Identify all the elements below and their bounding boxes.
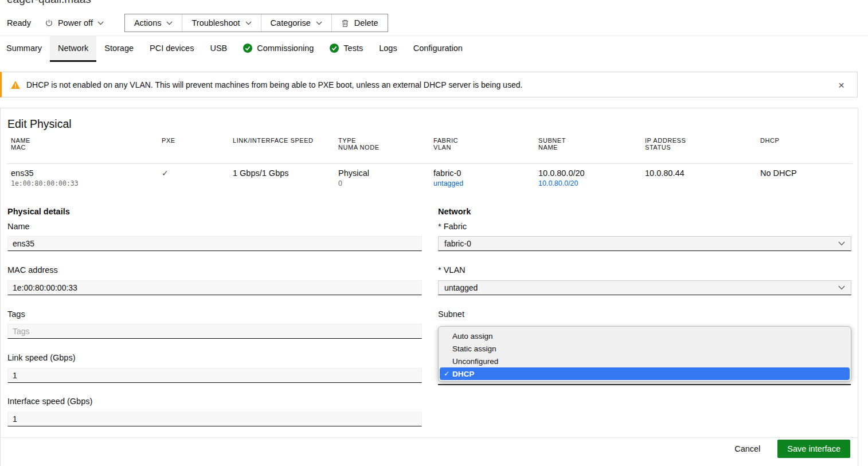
- troubleshoot-button[interactable]: Troubleshoot: [182, 14, 260, 32]
- tags-input[interactable]: [7, 324, 422, 339]
- troubleshoot-label: Troubleshoot: [191, 18, 240, 28]
- fabric-label: * Fabric: [438, 222, 467, 231]
- subnet-option-unconfigured[interactable]: Unconfigured: [440, 355, 850, 367]
- fabric-value: fabric-0: [444, 239, 471, 248]
- chevron-down-icon: [316, 21, 322, 25]
- tab-label: PCI devices: [150, 44, 194, 53]
- col-header-fabric-vlan: FABRICVLAN: [433, 137, 458, 151]
- categorise-label: Categorise: [271, 18, 311, 28]
- tab-label: Network: [58, 44, 88, 53]
- cell-interface-name: ens35: [11, 169, 34, 178]
- check-icon: ✓: [444, 370, 449, 378]
- cancel-button[interactable]: Cancel: [734, 444, 760, 453]
- warning-icon: [11, 81, 20, 89]
- tab-label: Configuration: [413, 44, 463, 53]
- warning-text: DHCP is not enabled on any VLAN. This wi…: [26, 80, 522, 89]
- cell-type: Physical: [338, 169, 369, 178]
- tab-commissioning[interactable]: Commissioning: [235, 36, 322, 62]
- cell-subnet: 10.0.80.0/20: [538, 169, 585, 178]
- subnet-option-dhcp[interactable]: ✓ DHCP: [440, 367, 850, 380]
- categorise-button[interactable]: Categorise: [261, 14, 331, 32]
- mac-input[interactable]: [7, 280, 422, 295]
- panel-title: Edit Physical: [7, 118, 72, 131]
- cell-link-speed: 1 Gbps/1 Gbps: [233, 169, 289, 178]
- subnet-label: Subnet: [438, 310, 464, 319]
- network-heading: Network: [438, 207, 471, 216]
- delete-button[interactable]: Delete: [331, 14, 388, 32]
- close-icon[interactable]: ×: [832, 76, 850, 93]
- link-speed-input[interactable]: [7, 368, 422, 383]
- pxe-check-icon: ✓: [162, 169, 169, 178]
- tab-summary[interactable]: Summary: [0, 36, 50, 62]
- tab-storage[interactable]: Storage: [96, 36, 142, 62]
- cell-numa-node: 0: [338, 179, 342, 187]
- vlan-label: * VLAN: [438, 265, 466, 275]
- table-header-divider: [7, 163, 853, 164]
- subnet-field-underline: [438, 384, 851, 385]
- dhcp-warning-banner: DHCP is not enabled on any VLAN. This wi…: [0, 72, 858, 97]
- subnet-option-auto-assign[interactable]: Auto assign: [440, 330, 850, 342]
- chevron-down-icon: [166, 21, 173, 25]
- tab-label: Storage: [104, 44, 134, 53]
- subnet-option-static-assign[interactable]: Static assign: [440, 342, 850, 355]
- name-label: Name: [7, 222, 30, 231]
- cell-mac: 1e:00:80:00:00:33: [11, 179, 79, 187]
- link-speed-label: Link speed (Gbps): [7, 353, 75, 362]
- power-label: Power off: [58, 18, 93, 28]
- machine-details-page: eager-quail.maas Ready Power off Actions…: [0, 0, 868, 466]
- fabric-select[interactable]: fabric-0: [438, 236, 851, 251]
- check-circle-icon: [243, 44, 252, 53]
- machine-status: Ready: [7, 18, 31, 28]
- power-icon: [45, 19, 53, 28]
- check-circle-icon: [330, 44, 339, 53]
- option-label: Static assign: [452, 344, 496, 353]
- tab-label: USB: [210, 44, 227, 53]
- machine-tabs: Summary Network Storage PCI devices USB …: [0, 36, 471, 62]
- mac-label: MAC address: [7, 265, 58, 275]
- tab-label: Commissioning: [257, 44, 314, 53]
- chevron-down-icon: [838, 241, 845, 246]
- chevron-down-icon: [838, 285, 845, 290]
- chevron-down-icon: [245, 21, 252, 25]
- tab-label: Tests: [343, 44, 363, 53]
- tab-logs[interactable]: Logs: [371, 36, 405, 62]
- option-label: Unconfigured: [452, 357, 498, 366]
- col-header-dhcp: DHCP: [760, 137, 779, 144]
- col-header-type-numa: TYPENUMA NODE: [338, 137, 380, 151]
- machine-actions-group: Actions Troubleshoot Categorise Delete: [124, 14, 388, 32]
- vlan-value: untagged: [444, 283, 478, 292]
- tab-tests[interactable]: Tests: [322, 36, 371, 62]
- form-footer: Cancel Save interface: [734, 440, 850, 458]
- tab-pci-devices[interactable]: PCI devices: [142, 36, 202, 62]
- tab-configuration[interactable]: Configuration: [405, 36, 471, 62]
- subnet-dropdown-popup: Auto assign Static assign Unconfigured ✓…: [438, 326, 851, 382]
- footer-divider: [1, 437, 858, 438]
- option-label: Auto assign: [452, 332, 493, 340]
- trash-icon: [341, 19, 349, 28]
- tab-label: Logs: [379, 44, 397, 53]
- actions-label: Actions: [134, 18, 162, 28]
- power-dropdown[interactable]: Power off: [45, 18, 104, 28]
- save-interface-button[interactable]: Save interface: [777, 440, 850, 458]
- col-header-subnet-name: SUBNETNAME: [538, 137, 566, 151]
- delete-label: Delete: [354, 18, 378, 28]
- vlan-link[interactable]: untagged: [433, 179, 463, 187]
- cell-fabric: fabric-0: [433, 169, 461, 178]
- tab-usb[interactable]: USB: [202, 36, 235, 62]
- col-header-link-speed: LINK/INTERFACE SPEED: [233, 137, 314, 144]
- cell-ip-address: 10.0.80.44: [645, 169, 685, 178]
- tab-label: Summary: [6, 44, 42, 53]
- status-row: Ready Power off Actions Troubleshoot Cat…: [7, 14, 388, 32]
- name-input[interactable]: [7, 236, 422, 251]
- cell-dhcp: No DHCP: [760, 169, 797, 178]
- tags-label: Tags: [7, 310, 25, 319]
- col-header-pxe: PXE: [162, 137, 175, 144]
- actions-button[interactable]: Actions: [125, 14, 182, 32]
- interface-speed-label: Interface speed (Gbps): [7, 397, 92, 406]
- subnet-link[interactable]: 10.0.80.0/20: [538, 179, 578, 187]
- tab-network[interactable]: Network: [50, 36, 96, 62]
- interface-speed-input[interactable]: [7, 412, 422, 426]
- col-header-ip-status: IP ADDRESSSTATUS: [645, 137, 686, 151]
- vlan-select[interactable]: untagged: [438, 280, 851, 295]
- chevron-down-icon: [97, 21, 104, 25]
